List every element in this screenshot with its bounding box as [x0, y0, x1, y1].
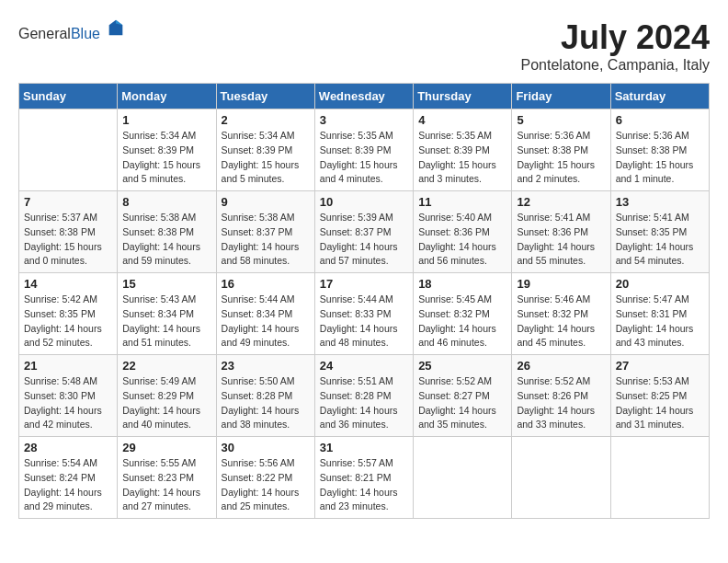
calendar-week-row: 14Sunrise: 5:42 AM Sunset: 8:35 PM Dayli…: [19, 273, 710, 355]
calendar-week-row: 1Sunrise: 5:34 AM Sunset: 8:39 PM Daylig…: [19, 109, 710, 191]
day-number: 14: [24, 277, 112, 291]
day-info: Sunrise: 5:36 AM Sunset: 8:38 PM Dayligh…: [517, 129, 605, 187]
page-header: GeneralBlue July 2024 Pontelatone, Campa…: [18, 18, 710, 74]
calendar-cell: [19, 109, 118, 191]
calendar-cell: 9Sunrise: 5:38 AM Sunset: 8:37 PM Daylig…: [216, 191, 314, 273]
calendar-cell: 27Sunrise: 5:53 AM Sunset: 8:25 PM Dayli…: [610, 355, 709, 437]
weekday-header: Wednesday: [314, 84, 413, 109]
month-year-title: July 2024: [521, 18, 710, 57]
day-info: Sunrise: 5:41 AM Sunset: 8:35 PM Dayligh…: [616, 211, 704, 269]
logo-general-text: General: [18, 26, 71, 41]
weekday-header: Sunday: [19, 84, 118, 109]
day-number: 21: [24, 359, 112, 373]
day-info: Sunrise: 5:45 AM Sunset: 8:32 PM Dayligh…: [418, 293, 506, 350]
day-info: Sunrise: 5:47 AM Sunset: 8:31 PM Dayligh…: [616, 293, 704, 350]
location-subtitle: Pontelatone, Campania, Italy: [521, 57, 710, 74]
calendar-cell: 13Sunrise: 5:41 AM Sunset: 8:35 PM Dayli…: [610, 191, 709, 273]
day-number: 12: [517, 195, 605, 209]
day-info: Sunrise: 5:38 AM Sunset: 8:37 PM Dayligh…: [222, 211, 310, 269]
calendar-cell: 14Sunrise: 5:42 AM Sunset: 8:35 PM Dayli…: [19, 273, 118, 355]
day-info: Sunrise: 5:56 AM Sunset: 8:22 PM Dayligh…: [222, 456, 310, 514]
day-number: 1: [122, 113, 210, 127]
day-info: Sunrise: 5:48 AM Sunset: 8:30 PM Dayligh…: [24, 374, 112, 432]
logo: GeneralBlue: [18, 18, 126, 42]
day-number: 3: [320, 113, 408, 127]
day-info: Sunrise: 5:51 AM Sunset: 8:28 PM Dayligh…: [320, 374, 408, 432]
calendar-cell: 22Sunrise: 5:49 AM Sunset: 8:29 PM Dayli…: [118, 355, 216, 437]
day-number: 30: [222, 441, 310, 454]
day-info: Sunrise: 5:39 AM Sunset: 8:37 PM Dayligh…: [320, 211, 408, 269]
calendar-cell: [512, 437, 610, 519]
day-info: Sunrise: 5:44 AM Sunset: 8:33 PM Dayligh…: [320, 293, 408, 350]
day-info: Sunrise: 5:50 AM Sunset: 8:28 PM Dayligh…: [222, 374, 310, 432]
calendar-cell: 5Sunrise: 5:36 AM Sunset: 8:38 PM Daylig…: [512, 109, 610, 191]
day-info: Sunrise: 5:44 AM Sunset: 8:34 PM Dayligh…: [222, 293, 310, 350]
calendar-cell: 28Sunrise: 5:54 AM Sunset: 8:24 PM Dayli…: [19, 437, 118, 519]
day-info: Sunrise: 5:35 AM Sunset: 8:39 PM Dayligh…: [320, 129, 408, 187]
calendar-cell: 7Sunrise: 5:37 AM Sunset: 8:38 PM Daylig…: [19, 191, 118, 273]
calendar-cell: 8Sunrise: 5:38 AM Sunset: 8:38 PM Daylig…: [118, 191, 216, 273]
day-number: 11: [418, 195, 506, 209]
day-number: 25: [418, 359, 506, 373]
day-number: 26: [517, 359, 605, 373]
weekday-header: Thursday: [414, 84, 512, 109]
day-info: Sunrise: 5:52 AM Sunset: 8:26 PM Dayligh…: [517, 374, 605, 432]
day-number: 31: [320, 441, 408, 454]
day-info: Sunrise: 5:43 AM Sunset: 8:34 PM Dayligh…: [122, 293, 210, 350]
day-number: 15: [122, 277, 210, 291]
calendar-cell: 4Sunrise: 5:35 AM Sunset: 8:39 PM Daylig…: [414, 109, 512, 191]
day-number: 23: [222, 359, 310, 373]
day-number: 28: [24, 441, 112, 454]
day-number: 9: [222, 195, 310, 209]
calendar-cell: [414, 437, 512, 519]
calendar-cell: 16Sunrise: 5:44 AM Sunset: 8:34 PM Dayli…: [216, 273, 314, 355]
day-number: 5: [517, 113, 605, 127]
weekday-header: Tuesday: [216, 84, 314, 109]
calendar-week-row: 28Sunrise: 5:54 AM Sunset: 8:24 PM Dayli…: [19, 437, 710, 519]
calendar-cell: 30Sunrise: 5:56 AM Sunset: 8:22 PM Dayli…: [216, 437, 314, 519]
calendar-cell: 3Sunrise: 5:35 AM Sunset: 8:39 PM Daylig…: [314, 109, 413, 191]
day-number: 20: [616, 277, 704, 291]
day-number: 29: [122, 441, 210, 454]
calendar-cell: 6Sunrise: 5:36 AM Sunset: 8:38 PM Daylig…: [610, 109, 709, 191]
day-number: 6: [616, 113, 704, 127]
calendar-cell: 29Sunrise: 5:55 AM Sunset: 8:23 PM Dayli…: [118, 437, 216, 519]
weekday-header: Saturday: [610, 84, 709, 109]
calendar-cell: 18Sunrise: 5:45 AM Sunset: 8:32 PM Dayli…: [414, 273, 512, 355]
calendar-cell: 10Sunrise: 5:39 AM Sunset: 8:37 PM Dayli…: [314, 191, 413, 273]
day-info: Sunrise: 5:34 AM Sunset: 8:39 PM Dayligh…: [122, 129, 210, 187]
day-number: 22: [122, 359, 210, 373]
day-number: 18: [418, 277, 506, 291]
calendar-cell: 15Sunrise: 5:43 AM Sunset: 8:34 PM Dayli…: [118, 273, 216, 355]
weekday-header: Friday: [512, 84, 610, 109]
day-number: 10: [320, 195, 408, 209]
calendar-cell: 23Sunrise: 5:50 AM Sunset: 8:28 PM Dayli…: [216, 355, 314, 437]
weekday-header-row: SundayMondayTuesdayWednesdayThursdayFrid…: [19, 84, 710, 109]
day-info: Sunrise: 5:57 AM Sunset: 8:21 PM Dayligh…: [320, 456, 408, 514]
day-info: Sunrise: 5:41 AM Sunset: 8:36 PM Dayligh…: [517, 211, 605, 269]
calendar-week-row: 21Sunrise: 5:48 AM Sunset: 8:30 PM Dayli…: [19, 355, 710, 437]
calendar-header: SundayMondayTuesdayWednesdayThursdayFrid…: [19, 84, 710, 109]
day-number: 8: [122, 195, 210, 209]
calendar-cell: 17Sunrise: 5:44 AM Sunset: 8:33 PM Dayli…: [314, 273, 413, 355]
day-info: Sunrise: 5:46 AM Sunset: 8:32 PM Dayligh…: [517, 293, 605, 350]
calendar-body: 1Sunrise: 5:34 AM Sunset: 8:39 PM Daylig…: [19, 109, 710, 519]
day-info: Sunrise: 5:54 AM Sunset: 8:24 PM Dayligh…: [24, 456, 112, 514]
logo-icon: [106, 18, 126, 39]
calendar-cell: 25Sunrise: 5:52 AM Sunset: 8:27 PM Dayli…: [414, 355, 512, 437]
day-number: 27: [616, 359, 704, 373]
calendar-cell: 11Sunrise: 5:40 AM Sunset: 8:36 PM Dayli…: [414, 191, 512, 273]
calendar-table: SundayMondayTuesdayWednesdayThursdayFrid…: [18, 83, 710, 519]
calendar-cell: 2Sunrise: 5:34 AM Sunset: 8:39 PM Daylig…: [216, 109, 314, 191]
day-info: Sunrise: 5:37 AM Sunset: 8:38 PM Dayligh…: [24, 211, 112, 269]
day-number: 17: [320, 277, 408, 291]
day-number: 24: [320, 359, 408, 373]
calendar-cell: [610, 437, 709, 519]
day-number: 16: [222, 277, 310, 291]
calendar-cell: 19Sunrise: 5:46 AM Sunset: 8:32 PM Dayli…: [512, 273, 610, 355]
day-info: Sunrise: 5:52 AM Sunset: 8:27 PM Dayligh…: [418, 374, 506, 432]
calendar-cell: 24Sunrise: 5:51 AM Sunset: 8:28 PM Dayli…: [314, 355, 413, 437]
day-info: Sunrise: 5:36 AM Sunset: 8:38 PM Dayligh…: [616, 129, 704, 187]
day-info: Sunrise: 5:35 AM Sunset: 8:39 PM Dayligh…: [418, 129, 506, 187]
day-number: 7: [24, 195, 112, 209]
